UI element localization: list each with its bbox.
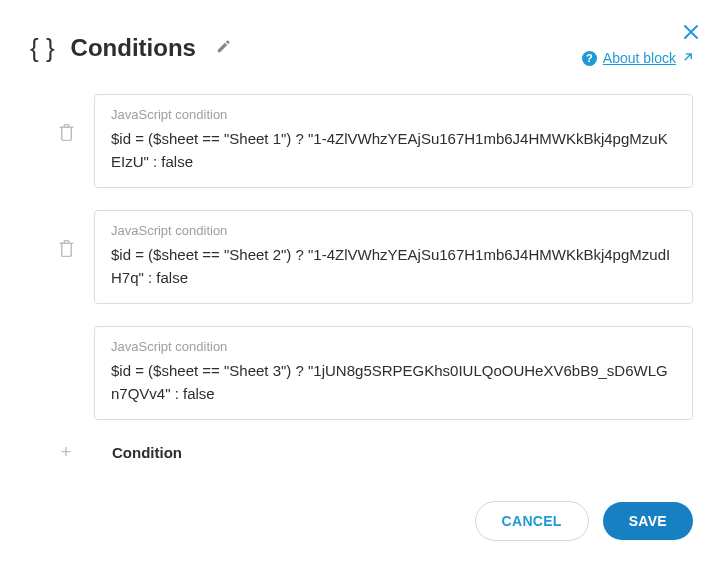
condition-label: JavaScript condition bbox=[111, 339, 676, 354]
trash-column bbox=[54, 326, 78, 356]
close-icon[interactable] bbox=[683, 24, 699, 44]
plus-icon[interactable]: + bbox=[56, 442, 76, 463]
conditions-list: JavaScript condition$id = ($sheet == "Sh… bbox=[54, 94, 693, 463]
cancel-button[interactable]: CANCEL bbox=[475, 501, 589, 541]
condition-row: JavaScript condition$id = ($sheet == "Sh… bbox=[54, 210, 693, 304]
edit-icon[interactable] bbox=[216, 39, 231, 58]
save-button[interactable]: SAVE bbox=[603, 502, 693, 540]
trash-icon[interactable] bbox=[59, 240, 74, 261]
trash-column bbox=[54, 94, 78, 145]
condition-card[interactable]: JavaScript condition$id = ($sheet == "Sh… bbox=[94, 94, 693, 188]
condition-value: $id = ($sheet == "Sheet 2") ? "1-4ZlVWhz… bbox=[111, 244, 676, 289]
trash-column bbox=[54, 210, 78, 261]
external-link-icon bbox=[682, 50, 693, 66]
page-title: Conditions bbox=[71, 34, 196, 62]
header: { } Conditions ? About block bbox=[30, 30, 693, 66]
help-icon: ? bbox=[582, 51, 597, 66]
condition-card[interactable]: JavaScript condition$id = ($sheet == "Sh… bbox=[94, 210, 693, 304]
about-block-link[interactable]: ? About block bbox=[582, 50, 693, 66]
about-block-label: About block bbox=[603, 50, 676, 66]
header-left: { } Conditions bbox=[30, 34, 231, 62]
footer: CANCEL SAVE bbox=[475, 501, 693, 541]
condition-row: JavaScript condition$id = ($sheet == "Sh… bbox=[54, 326, 693, 420]
condition-value: $id = ($sheet == "Sheet 1") ? "1-4ZlVWhz… bbox=[111, 128, 676, 173]
braces-icon: { } bbox=[30, 35, 55, 61]
add-condition-row: +Condition bbox=[56, 442, 693, 463]
condition-row: JavaScript condition$id = ($sheet == "Sh… bbox=[54, 94, 693, 188]
condition-label: JavaScript condition bbox=[111, 107, 676, 122]
add-condition-label[interactable]: Condition bbox=[112, 444, 182, 461]
condition-value: $id = ($sheet == "Sheet 3") ? "1jUN8g5SR… bbox=[111, 360, 676, 405]
condition-card[interactable]: JavaScript condition$id = ($sheet == "Sh… bbox=[94, 326, 693, 420]
trash-icon[interactable] bbox=[59, 124, 74, 145]
condition-label: JavaScript condition bbox=[111, 223, 676, 238]
